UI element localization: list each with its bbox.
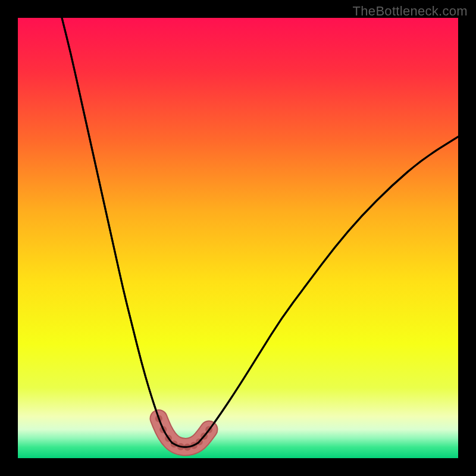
plot-area [18,18,458,458]
chart-frame: TheBottleneck.com [0,0,476,476]
bottleneck-chart [18,18,458,458]
gradient-background [18,18,458,458]
watermark-text: TheBottleneck.com [353,4,468,19]
